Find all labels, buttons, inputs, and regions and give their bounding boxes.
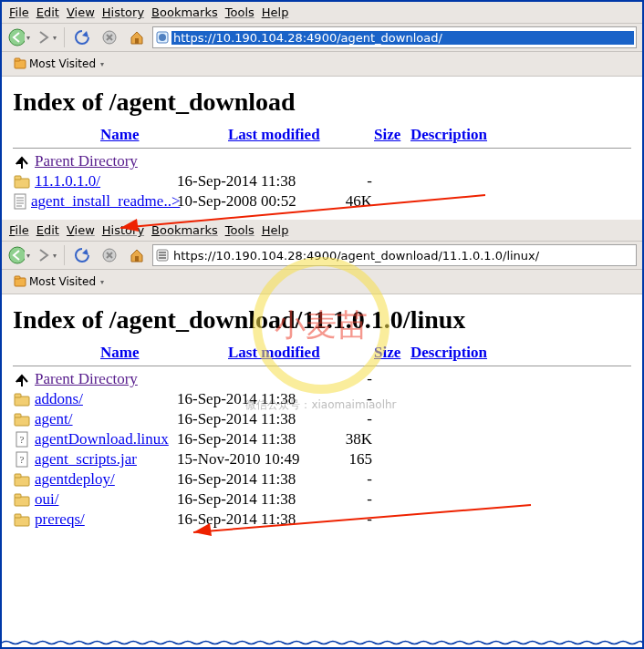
browser-window-1: File Edit View History Bookmarks Tools H… xyxy=(2,2,642,220)
svg-rect-19 xyxy=(159,254,166,256)
address-bar[interactable]: https://10.190.104.28:4900/agent_downloa… xyxy=(152,244,637,266)
svg-rect-36 xyxy=(15,514,21,518)
home-icon xyxy=(129,29,145,46)
toolbar: ▾ ▾ https://10.190.104.28:4900/agent_dow… xyxy=(2,24,642,52)
address-bar[interactable]: https://10.190.104.28:4900/agent_downloa… xyxy=(152,26,637,48)
back-icon xyxy=(8,246,25,264)
svg-rect-6 xyxy=(15,58,20,61)
col-name[interactable]: Name xyxy=(100,344,228,362)
file-size: - xyxy=(332,172,372,191)
menu-help[interactable]: Help xyxy=(262,5,289,19)
most-visited-label: Most Visited xyxy=(29,275,96,288)
listing-row: oui/16-Sep-2014 11:38- xyxy=(13,490,631,509)
menu-bookmarks[interactable]: Bookmarks xyxy=(151,223,218,237)
listing-header: Name Last modified Size Description xyxy=(13,126,631,144)
most-visited-label: Most Visited xyxy=(29,57,96,70)
file-link[interactable]: addons/ xyxy=(35,390,83,408)
listing-row: addons/16-Sep-2014 11:38- xyxy=(13,390,631,408)
reload-button[interactable] xyxy=(70,26,94,48)
home-button[interactable] xyxy=(125,26,149,48)
folder-icon xyxy=(13,492,31,507)
col-desc[interactable]: Description xyxy=(410,344,487,362)
back-button[interactable]: ▾ xyxy=(7,244,31,266)
menu-view[interactable]: View xyxy=(67,5,95,19)
menu-history[interactable]: History xyxy=(102,223,144,237)
svg-rect-8 xyxy=(15,176,21,180)
svg-rect-20 xyxy=(159,257,166,259)
col-desc[interactable]: Description xyxy=(410,126,487,144)
menu-file[interactable]: File xyxy=(9,223,29,237)
file-link[interactable]: Parent Directory xyxy=(35,152,138,170)
up-icon xyxy=(13,154,31,169)
folder-icon xyxy=(13,512,31,527)
rule xyxy=(13,366,631,366)
file-link[interactable]: agent_install_readme..> xyxy=(31,192,180,211)
listing-row: Parent Directory- xyxy=(13,370,631,388)
page-content-lower: Index of /agent_download/11.1.0.1.0/linu… xyxy=(2,294,642,538)
col-modified[interactable]: Last modified xyxy=(228,344,374,362)
menu-bookmarks[interactable]: Bookmarks xyxy=(151,5,218,19)
address-bar-text[interactable]: https://10.190.104.28:4900/agent_downloa… xyxy=(171,31,634,45)
file-link[interactable]: Parent Directory xyxy=(35,370,138,388)
listing-row: Parent Directory xyxy=(13,152,631,170)
menu-tools[interactable]: Tools xyxy=(225,5,254,19)
menu-history[interactable]: History xyxy=(102,5,144,19)
menu-tools[interactable]: Tools xyxy=(225,223,254,237)
listing-row: agentdeploy/16-Sep-2014 11:38- xyxy=(13,470,631,489)
file-link[interactable]: agentdeploy/ xyxy=(35,470,115,489)
forward-button[interactable]: ▾ xyxy=(35,244,58,266)
address-bar-text[interactable]: https://10.190.104.28:4900/agent_downloa… xyxy=(171,249,634,263)
unknown-icon: ? xyxy=(13,431,31,448)
stop-button[interactable] xyxy=(98,26,121,48)
svg-text:?: ? xyxy=(20,434,25,445)
svg-point-14 xyxy=(9,247,25,263)
menu-help[interactable]: Help xyxy=(262,223,289,237)
forward-button[interactable]: ▾ xyxy=(35,26,58,48)
col-name[interactable]: Name xyxy=(100,126,228,144)
file-link[interactable]: agent_scripts.jar xyxy=(35,450,137,469)
file-link[interactable]: agent/ xyxy=(35,410,73,428)
svg-rect-24 xyxy=(15,394,21,397)
file-link[interactable]: 11.1.0.1.0/ xyxy=(35,172,100,191)
most-visited-button[interactable]: Most Visited ▾ xyxy=(7,55,110,73)
file-size: 38K xyxy=(332,430,372,448)
file-modified: 16-Sep-2014 11:38 xyxy=(177,490,332,509)
stop-button[interactable] xyxy=(98,244,121,266)
menu-edit[interactable]: Edit xyxy=(36,5,59,19)
dropdown-arrow-icon: ▾ xyxy=(53,34,57,42)
menubar: File Edit View History Bookmarks Tools H… xyxy=(2,220,642,242)
page-identity-icon[interactable] xyxy=(155,248,170,263)
menu-edit[interactable]: Edit xyxy=(36,223,59,237)
file-size: - xyxy=(332,510,372,529)
listing-row: 11.1.0.1.0/16-Sep-2014 11:38- xyxy=(13,172,631,191)
file-modified: 16-Sep-2014 11:38 xyxy=(177,430,332,448)
dropdown-arrow-icon: ▾ xyxy=(26,252,30,260)
bookmarks-toolbar: Most Visited ▾ xyxy=(2,52,642,77)
col-size[interactable]: Size xyxy=(374,126,410,144)
reload-button[interactable] xyxy=(70,244,94,266)
file-size: - xyxy=(332,470,372,489)
file-link[interactable]: agentDownload.linux xyxy=(35,430,169,448)
file-size: - xyxy=(332,370,372,388)
back-button[interactable]: ▾ xyxy=(7,26,31,48)
listing-row: ?agent_scripts.jar15-Nov-2010 10:49165 xyxy=(13,450,631,469)
file-link[interactable]: prereqs/ xyxy=(35,510,85,529)
listing-row: agent/16-Sep-2014 11:38- xyxy=(13,410,631,428)
rule xyxy=(13,148,631,149)
svg-point-0 xyxy=(9,29,25,46)
svg-rect-9 xyxy=(15,194,26,209)
forward-icon xyxy=(36,30,51,45)
menu-file[interactable]: File xyxy=(9,5,29,19)
listing-header: Name Last modified Size Description xyxy=(13,344,631,362)
col-size[interactable]: Size xyxy=(374,344,410,362)
menu-view[interactable]: View xyxy=(67,223,95,237)
page-identity-icon[interactable] xyxy=(155,30,170,45)
listing-body: Parent Directory11.1.0.1.0/16-Sep-2014 1… xyxy=(13,152,631,211)
reload-icon xyxy=(74,29,90,46)
forward-icon xyxy=(36,248,51,263)
page-content-upper: Index of /agent_download Name Last modif… xyxy=(2,77,642,220)
home-button[interactable] xyxy=(125,244,149,266)
col-modified[interactable]: Last modified xyxy=(228,126,374,144)
most-visited-button[interactable]: Most Visited ▾ xyxy=(7,273,110,291)
file-link[interactable]: oui/ xyxy=(35,490,58,509)
